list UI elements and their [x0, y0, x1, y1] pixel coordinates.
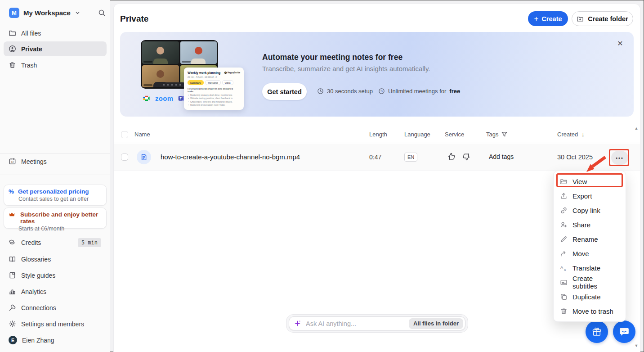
subscribe-promo-card[interactable]: Subscribe and enjoy better rates Starts … [4, 208, 107, 229]
menu-item-translate[interactable]: Aa Translate [554, 261, 626, 275]
sidebar-item-trash[interactable]: Trash [4, 58, 107, 72]
thumbs-up-icon[interactable] [447, 152, 456, 161]
filter-icon[interactable] [501, 131, 508, 138]
sort-desc-icon[interactable]: ↓ [581, 131, 585, 138]
sidebar-item-label: Credits [21, 239, 41, 246]
person-circle-icon [9, 45, 16, 53]
page-title: Private [120, 14, 148, 24]
menu-item-export[interactable]: Export [554, 189, 626, 203]
menu-item-move-to-trash[interactable]: Move to trash [554, 304, 626, 318]
pricing-promo-card[interactable]: % Get personalized pricing Contact sales… [4, 185, 107, 206]
col-tags[interactable]: Tags [486, 131, 498, 138]
sidebar-item-all-files[interactable]: All files [4, 26, 107, 41]
meeting-meta: 20 min · 5 April · 10:00AM · 2 [188, 76, 240, 78]
meeting-summary-illustration: Weekly work planning HHappyScribe 20 min… [184, 68, 244, 110]
gift-icon [592, 327, 602, 337]
promo-subtitle: Contact sales to get an offer [18, 196, 102, 202]
svg-text:12: 12 [11, 161, 14, 163]
feature-setup: 30 seconds setup [317, 88, 373, 95]
chat-fab[interactable] [613, 320, 635, 343]
feature-unlimited: S Unlimited meetings for free [378, 88, 460, 95]
app-window: M My Workspace All files Private Trash 1… [0, 0, 644, 352]
table-header: Name Length Language Service Tags Create… [114, 127, 640, 143]
menu-item-create-subtitles[interactable]: Create subtitles [554, 275, 626, 289]
svg-text:T: T [180, 97, 182, 100]
style-guide-icon [9, 271, 16, 279]
curved-arrow-icon [560, 250, 568, 257]
trash-icon [560, 307, 568, 315]
add-tags-button[interactable]: Add tags [489, 153, 514, 160]
created-date: 30 Oct 2025 [557, 153, 593, 161]
menu-item-rename[interactable]: Rename [554, 232, 626, 246]
pencil-icon [560, 235, 568, 243]
sidebar-item-private[interactable]: Private [4, 41, 107, 56]
file-icon [137, 150, 151, 164]
col-created[interactable]: Created [557, 131, 578, 138]
file-row[interactable]: how-to-create-a-youtube-channel-no-bgm.m… [114, 144, 640, 171]
sidebar-item-label: Glossaries [21, 256, 51, 263]
close-icon[interactable]: × [617, 38, 623, 48]
promo-banner: × zoom T Weekly work [120, 32, 634, 117]
menu-item-duplicate[interactable]: Duplicate [554, 289, 626, 304]
promo-subtitle: Starts at €6/month [18, 226, 102, 232]
rewards-fab[interactable] [586, 320, 608, 343]
chevron-down-icon [75, 10, 82, 16]
tab-video: Video [222, 80, 233, 85]
svg-text:S: S [380, 90, 383, 93]
bar-chart-icon [9, 288, 16, 295]
ask-ai-input[interactable] [306, 320, 405, 327]
call-controls [158, 82, 186, 87]
sidebar-item-connections[interactable]: Connections [4, 300, 107, 315]
sidebar-item-style-guides[interactable]: Style guides [4, 268, 107, 283]
calendar-icon: 12 [9, 158, 16, 165]
workspace-name: My Workspace [23, 9, 71, 17]
sidebar-item-label: Style guides [21, 272, 55, 279]
export-icon [560, 192, 568, 200]
scroll-up-arrow[interactable]: ▲ [632, 126, 640, 131]
link-icon [560, 207, 568, 214]
promo-title: Subscribe and enjoy better rates [20, 211, 102, 225]
dollar-circle-icon: S [378, 88, 385, 95]
plug-icon [9, 304, 16, 311]
integration-logos: zoom T [143, 95, 186, 102]
col-name: Name [134, 131, 150, 138]
duplicate-icon [560, 293, 568, 301]
sidebar-item-settings[interactable]: Settings and members [4, 316, 107, 331]
svg-text:a: a [564, 267, 566, 271]
select-all-checkbox[interactable] [121, 131, 128, 138]
menu-item-view[interactable]: View [554, 174, 626, 189]
workspace-switcher[interactable]: M My Workspace [9, 7, 82, 18]
language-badge: EN [404, 153, 417, 162]
get-started-button[interactable]: Get started [262, 83, 307, 100]
thumbs-down-icon[interactable] [462, 152, 471, 161]
search-icon[interactable] [98, 9, 106, 17]
sidebar-item-label: Trash [21, 62, 37, 69]
menu-item-move[interactable]: Move [554, 246, 626, 261]
sidebar-item-analytics[interactable]: Analytics [4, 284, 107, 299]
sidebar-item-label: Analytics [21, 288, 46, 295]
svg-text:A: A [560, 265, 563, 269]
user-name: Eien Zhang [22, 337, 54, 344]
row-context-menu: View Export Copy link Share Rename Move … [553, 171, 626, 322]
ask-ai-bar: All files in folder [286, 314, 468, 333]
row-actions-button[interactable]: ••• [611, 151, 628, 165]
create-button[interactable]: + Create [528, 11, 568, 26]
menu-item-share[interactable]: Share [554, 217, 626, 232]
captions-icon [560, 279, 568, 286]
ai-scope-badge[interactable]: All files in folder [409, 318, 463, 329]
sidebar-item-credits[interactable]: Credits 5 min [4, 235, 107, 250]
book-open-icon [9, 255, 16, 263]
sidebar-item-meetings[interactable]: 12 Meetings [4, 154, 107, 169]
row-checkbox[interactable] [121, 153, 128, 161]
create-folder-button[interactable]: Create folder [572, 11, 633, 26]
sidebar-item-label: Connections [21, 304, 56, 311]
menu-item-copy-link[interactable]: Copy link [554, 203, 626, 217]
sparkle-icon [294, 320, 302, 327]
file-name[interactable]: how-to-create-a-youtube-channel-no-bgm.m… [161, 153, 300, 161]
sidebar-item-glossaries[interactable]: Glossaries [4, 252, 107, 266]
chat-bubble-icon [619, 326, 630, 337]
banner-subtitle: Transcribe, summarize and get AI insight… [262, 65, 430, 72]
sidebar-item-user[interactable]: E Eien Zhang [4, 333, 107, 347]
sidebar-item-label: Settings and members [21, 320, 84, 328]
scroll-down-arrow[interactable]: ▼ [632, 343, 640, 348]
